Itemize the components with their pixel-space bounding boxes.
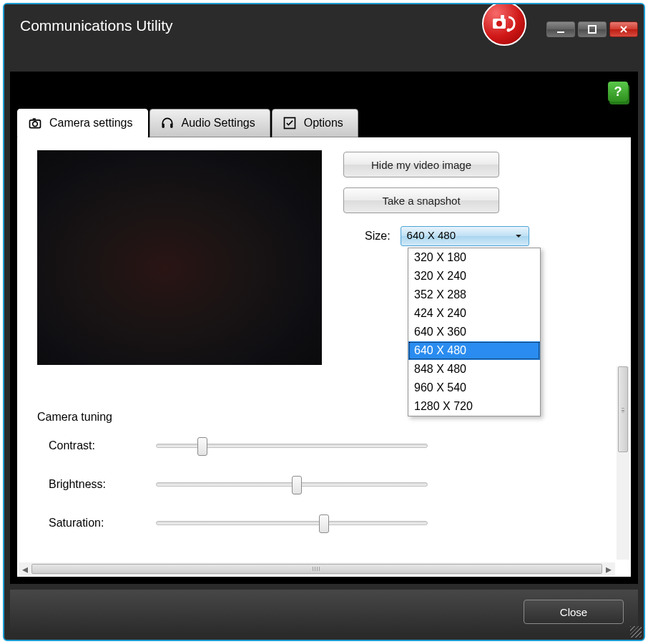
video-preview <box>37 150 322 365</box>
scroll-right-arrow[interactable]: ▸ <box>602 562 615 575</box>
content-area: ? Camera settings Audio Settings Options <box>10 72 638 584</box>
svg-point-1 <box>496 21 502 26</box>
checkbox-icon <box>283 116 297 130</box>
help-icon[interactable]: ? <box>608 82 628 102</box>
maximize-button[interactable] <box>578 21 607 37</box>
brightness-slider-thumb[interactable] <box>292 476 302 494</box>
resize-grip[interactable] <box>630 626 642 638</box>
window-title: Communications Utility <box>4 4 644 70</box>
size-option[interactable]: 320 X 180 <box>408 248 540 267</box>
svg-rect-11 <box>162 124 164 128</box>
tab-options[interactable]: Options <box>272 109 358 137</box>
size-selected-value: 640 X 480 <box>407 229 456 241</box>
tab-label: Options <box>304 117 343 130</box>
size-label: Size: <box>365 230 391 243</box>
close-button[interactable]: Close <box>524 600 624 624</box>
tab-audio-settings[interactable]: Audio Settings <box>149 109 270 137</box>
size-option[interactable]: 640 X 360 <box>408 323 540 341</box>
contrast-label: Contrast: <box>49 439 156 452</box>
scroll-left-arrow[interactable]: ◂ <box>19 562 31 575</box>
size-option[interactable]: 320 X 240 <box>408 267 540 286</box>
svg-rect-2 <box>501 15 504 19</box>
headset-icon <box>160 116 175 130</box>
size-option-selected[interactable]: 640 X 480 <box>408 341 540 360</box>
vertical-scrollbar[interactable] <box>617 366 629 560</box>
minimize-button[interactable] <box>546 21 575 37</box>
svg-point-9 <box>33 122 38 127</box>
saturation-slider[interactable] <box>156 521 428 525</box>
tab-panel-camera: Hide my video image Take a snapshot Size… <box>17 137 631 577</box>
size-option[interactable]: 1280 X 720 <box>408 397 540 416</box>
footer-bar: Close <box>10 590 638 634</box>
size-option[interactable]: 848 X 480 <box>408 360 540 379</box>
app-logo-icon <box>482 3 526 46</box>
saturation-slider-thumb[interactable] <box>319 514 329 533</box>
horizontal-scrollbar-thumb[interactable] <box>31 564 602 574</box>
size-dropdown-list[interactable]: 320 X 180 320 X 240 352 X 288 424 X 240 … <box>408 248 541 416</box>
application-window: Communications Utility ? Camera settings… <box>3 3 645 641</box>
size-option[interactable]: 424 X 240 <box>408 304 540 323</box>
size-option[interactable]: 352 X 288 <box>408 286 540 304</box>
contrast-slider-thumb[interactable] <box>197 437 207 456</box>
tab-camera-settings[interactable]: Camera settings <box>17 109 148 137</box>
svg-point-3 <box>507 29 511 32</box>
horizontal-scrollbar[interactable]: ◂ ▸ <box>19 562 615 575</box>
tab-label: Camera settings <box>49 117 133 130</box>
svg-rect-5 <box>589 26 596 33</box>
svg-rect-10 <box>33 118 36 120</box>
svg-rect-12 <box>170 124 172 128</box>
snapshot-button[interactable]: Take a snapshot <box>343 187 499 213</box>
size-dropdown[interactable]: 640 X 480 <box>401 226 529 246</box>
contrast-slider[interactable] <box>156 444 428 448</box>
vertical-scrollbar-thumb[interactable] <box>618 366 628 452</box>
saturation-label: Saturation: <box>49 517 156 530</box>
window-close-button[interactable] <box>609 21 638 37</box>
size-option[interactable]: 960 X 540 <box>408 379 540 397</box>
brightness-slider[interactable] <box>156 482 428 487</box>
hide-video-button[interactable]: Hide my video image <box>343 152 499 177</box>
brightness-label: Brightness: <box>49 478 156 491</box>
chevron-down-icon <box>514 232 523 240</box>
camera-icon <box>28 116 42 130</box>
tab-label: Audio Settings <box>182 117 255 130</box>
